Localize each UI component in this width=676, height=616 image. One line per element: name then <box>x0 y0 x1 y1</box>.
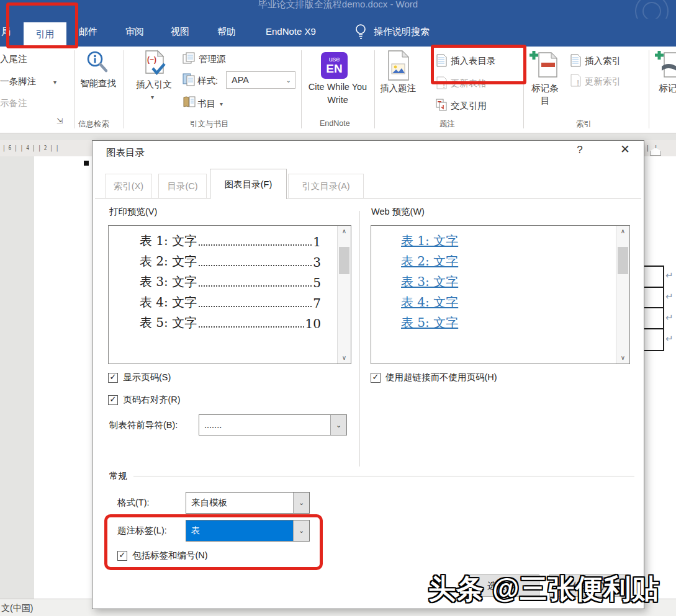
language-status[interactable]: 文(中国) <box>1 603 33 614</box>
checkbox-checked-icon[interactable] <box>371 373 381 383</box>
update-index-button[interactable]: 更新索引 <box>585 76 621 87</box>
scrollbar-thumb[interactable] <box>339 247 349 274</box>
tab-toc[interactable]: 目录(C) <box>158 174 207 199</box>
title-bar: 毕业论文排版全流程demo.docx - Word <box>0 0 676 19</box>
annotation-box-caption-label <box>104 514 323 570</box>
right-align-page-numbers-row[interactable]: 页码右对齐(R) <box>108 394 181 406</box>
tab-table-of-authorities[interactable]: 引文目录(A) <box>288 174 364 199</box>
dot-leader <box>199 265 312 266</box>
tell-me-search[interactable]: 操作说明搜索 <box>355 24 430 40</box>
insert-endnote-button[interactable]: 入尾注 <box>0 53 27 65</box>
scrollbar[interactable]: ∧ ∨ <box>616 226 629 364</box>
paragraph-mark-icon: ↵ <box>665 291 675 302</box>
format-combobox[interactable]: 来自模板 ⌄ <box>186 492 310 514</box>
section-divider <box>359 211 360 466</box>
tof-link[interactable]: 表 4: 文字 <box>401 294 458 311</box>
tab-leader-label: 制表符前导符(B): <box>109 419 178 431</box>
style-icon <box>183 73 196 87</box>
checkbox-checked-icon[interactable] <box>108 395 118 405</box>
tof-link[interactable]: 表 3: 文字 <box>401 274 458 290</box>
scroll-down-icon[interactable]: ∨ <box>616 352 629 364</box>
group-separator <box>124 50 124 128</box>
tab-leader-value: ....... <box>199 420 330 430</box>
tab-review[interactable]: 审阅 <box>125 26 144 38</box>
mark-entry-button[interactable]: 标记条目 <box>530 82 560 107</box>
watermark-text: 头条 @三张便利贴 <box>428 571 659 607</box>
format-value: 来自模板 <box>186 497 293 509</box>
cite-while-you-write-button[interactable]: Cite While You Write <box>300 81 375 107</box>
use-hyperlinks-row[interactable]: 使用超链接而不使用页码(H) <box>371 372 497 383</box>
smart-lookup-icon <box>86 50 109 75</box>
ribbon-tab-row: 局 引用 邮件 审阅 视图 帮助 EndNote X9 操作说明搜索 <box>0 19 676 47</box>
group-label-research: 信息检索 <box>78 119 109 130</box>
scrollbar-thumb[interactable] <box>618 247 628 274</box>
chevron-down-icon: ▾ <box>53 79 56 86</box>
ribbon: 入尾注 一条脚注 ▾ 示备注 ⇲ 智能查找 信息检索 (−) 插入引文 ▾ 管理… <box>0 47 676 133</box>
document-title: 毕业论文排版全流程demo.docx - Word <box>0 0 676 11</box>
tof-entry: 表 4: 文字 7 <box>109 290 337 311</box>
show-notes-button[interactable]: 示备注 <box>0 97 27 109</box>
insert-index-icon <box>570 54 582 67</box>
tof-entry: 表 2: 文字 3 <box>109 249 337 270</box>
web-preview-label: Web 预览(W) <box>371 206 425 218</box>
insert-caption-button[interactable]: 插入题注 <box>375 82 421 94</box>
style-combobox[interactable]: APA ⌄ <box>226 71 295 89</box>
tab-divider <box>95 198 641 199</box>
tab-endnote[interactable]: EndNote X9 <box>266 26 316 37</box>
scroll-up-icon[interactable]: ∧ <box>616 226 629 237</box>
table-cell <box>644 308 663 329</box>
tof-link[interactable]: 表 1: 文字 <box>401 233 458 249</box>
tab-view[interactable]: 视图 <box>171 26 189 38</box>
tof-link[interactable]: 表 2: 文字 <box>401 253 458 270</box>
insert-citation-button[interactable]: 插入引文 <box>128 78 180 91</box>
paragraph-mark-icon: ↵ <box>665 312 675 323</box>
endnote-app-icon: use EN <box>321 52 348 79</box>
tab-mailings[interactable]: 邮件 <box>79 26 97 38</box>
annotation-box-references-tab <box>6 2 78 48</box>
scrollbar[interactable]: ∧ ∨ <box>337 226 351 364</box>
group-label-citations: 引文与书目 <box>190 119 229 130</box>
dialog-title: 图表目录 <box>106 146 145 159</box>
chevron-down-icon[interactable]: ⌄ <box>293 493 309 513</box>
insert-index-button[interactable]: 插入索引 <box>585 55 621 67</box>
style-value: APA <box>232 75 249 85</box>
dialog-launcher-icon[interactable]: ⇲ <box>56 117 63 125</box>
section-rule <box>133 476 634 476</box>
paragraph-mark-icon: ↵ <box>665 333 675 344</box>
lightbulb-icon <box>355 24 366 40</box>
dot-leader <box>199 326 304 328</box>
mark-entry-icon <box>529 50 560 80</box>
group-label-endnote: EndNote <box>320 119 350 128</box>
tof-entry: 表 1: 文字 1 <box>109 229 337 249</box>
word-window: 毕业论文排版全流程demo.docx - Word 局 引用 邮件 审阅 视图 … <box>0 0 676 616</box>
tof-link[interactable]: 表 5: 文字 <box>401 315 458 331</box>
paragraph-mark-icon: ↵ <box>665 270 675 281</box>
mark-citation-button[interactable]: 标记 <box>656 82 676 94</box>
chevron-down-icon[interactable]: ⌄ <box>330 415 346 435</box>
manage-sources-button[interactable]: 管理源 <box>199 53 226 65</box>
dot-leader <box>199 285 312 287</box>
web-preview-box[interactable]: 表 1: 文字 表 2: 文字 表 3: 文字 表 4: 文字 表 5: 文字 … <box>371 225 630 364</box>
next-footnote-button[interactable]: 一条脚注 <box>0 76 36 87</box>
close-icon[interactable]: ✕ <box>613 142 638 161</box>
document-table <box>643 266 664 351</box>
table-cell <box>644 288 663 309</box>
cross-reference-button[interactable]: 交叉引用 <box>451 100 487 112</box>
tof-entry: 表 3: 文字 5 <box>109 270 337 290</box>
scroll-up-icon[interactable]: ∧ <box>338 226 351 237</box>
tab-help[interactable]: 帮助 <box>217 26 236 38</box>
tab-leader-combobox[interactable]: ....... ⌄ <box>199 414 347 435</box>
tab-table-of-figures[interactable]: 图表目录(F) <box>210 169 287 199</box>
format-label: 格式(T): <box>117 497 150 509</box>
print-preview-box[interactable]: 表 1: 文字 1 表 2: 文字 3 表 3: 文字 5 表 4: 文字 <box>108 225 351 364</box>
insert-caption-icon <box>385 50 411 81</box>
tab-index[interactable]: 索引(X) <box>105 174 152 199</box>
scroll-down-icon[interactable]: ∨ <box>338 352 351 364</box>
bibliography-icon <box>183 96 196 109</box>
help-icon[interactable]: ? <box>570 144 589 161</box>
show-page-numbers-row[interactable]: 显示页码(S) <box>108 372 171 383</box>
checkbox-checked-icon[interactable] <box>108 373 118 383</box>
smart-lookup-button[interactable]: 智能查找 <box>79 77 117 89</box>
group-separator <box>74 50 75 128</box>
bibliography-button[interactable]: 书目 <box>197 98 215 110</box>
